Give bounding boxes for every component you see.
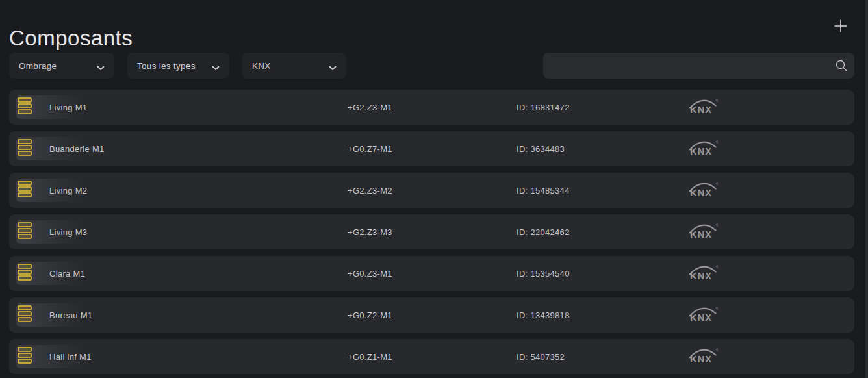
knx-registered-mark: ® (716, 140, 719, 144)
knx-registered-mark: ® (716, 348, 719, 352)
component-id: ID: 13439818 (517, 310, 570, 320)
knx-logo-text: KNX (690, 229, 712, 240)
component-row[interactable]: Living M1 +G2.Z3-M1 ID: 16831472 KNX ® (9, 90, 854, 125)
component-id: ID: 15485344 (517, 186, 570, 195)
blinds-icon (18, 97, 32, 118)
blinds-icon (18, 222, 32, 242)
component-address: +G0.Z2-M1 (348, 310, 392, 320)
chevron-down-icon (97, 63, 105, 73)
blinds-icon (18, 305, 32, 325)
components-page: Composants Ombrage Tous les types KNX (0, 0, 868, 378)
component-address: +G2.Z3-M1 (348, 103, 392, 112)
search-input[interactable] (543, 53, 854, 79)
filter-dropdown-category-label: Ombrage (19, 61, 57, 71)
component-name: Bureau M1 (49, 310, 92, 320)
knx-registered-mark: ® (716, 307, 719, 310)
knx-logo-text: KNX (690, 271, 712, 281)
component-id: ID: 22042462 (517, 227, 570, 237)
knx-logo: KNX ® (688, 221, 718, 243)
component-row[interactable]: Buanderie M1 +G0.Z7-M1 ID: 3634483 KNX ® (9, 131, 854, 166)
blinds-icon (18, 264, 32, 284)
component-row[interactable]: Living M2 +G2.Z3-M2 ID: 15485344 KNX ® (9, 173, 854, 208)
knx-logo: KNX ® (688, 262, 718, 284)
knx-registered-mark: ® (716, 265, 719, 269)
plus-icon (834, 19, 848, 35)
component-id: ID: 15354540 (517, 269, 570, 279)
knx-logo-text: KNX (690, 354, 712, 364)
filter-dropdown-category[interactable]: Ombrage (9, 53, 114, 79)
filter-dropdown-type-label: Tous les types (137, 61, 196, 71)
search-box (543, 53, 854, 79)
knx-registered-mark: ® (716, 182, 719, 186)
component-address: +G0.Z7-M1 (348, 144, 392, 154)
component-id: ID: 16831472 (517, 103, 570, 112)
knx-logo-text: KNX (690, 312, 712, 323)
component-name: Buanderie M1 (49, 144, 105, 154)
scrollbar[interactable] (865, 0, 868, 378)
blinds-icon (18, 181, 32, 201)
component-name: Living M2 (49, 186, 87, 195)
page-title: Composants (9, 26, 133, 51)
component-name: Living M3 (49, 227, 87, 237)
component-row[interactable]: Hall inf M1 +G0.Z1-M1 ID: 5407352 KNX ® (9, 339, 854, 374)
add-component-button[interactable] (834, 19, 848, 34)
chevron-down-icon (212, 63, 220, 73)
component-id: ID: 3634483 (517, 144, 565, 154)
component-row[interactable]: Clara M1 +G0.Z3-M1 ID: 15354540 KNX ® (9, 256, 854, 291)
component-row[interactable]: Bureau M1 +G0.Z2-M1 ID: 13439818 KNX ® (9, 297, 854, 333)
component-name: Living M1 (49, 103, 87, 112)
knx-registered-mark: ® (716, 223, 719, 227)
knx-logo-text: KNX (690, 146, 712, 157)
knx-logo: KNX ® (688, 304, 718, 326)
component-address: +G0.Z1-M1 (348, 352, 392, 362)
knx-logo: KNX ® (688, 346, 718, 368)
component-id: ID: 5407352 (517, 352, 565, 362)
knx-logo-text: KNX (690, 188, 712, 198)
filter-dropdown-type[interactable]: Tous les types (127, 53, 229, 79)
knx-logo: KNX ® (688, 96, 718, 118)
blinds-icon (18, 347, 32, 367)
component-list: Living M1 +G2.Z3-M1 ID: 16831472 KNX ® B… (0, 90, 868, 378)
filter-dropdown-protocol[interactable]: KNX (242, 53, 346, 79)
knx-logo: KNX ® (688, 179, 718, 201)
component-address: +G2.Z3-M2 (348, 186, 392, 195)
chevron-down-icon (329, 63, 337, 73)
component-name: Clara M1 (49, 269, 85, 279)
knx-logo-text: KNX (690, 105, 712, 115)
component-address: +G0.Z3-M1 (348, 269, 392, 279)
blinds-icon (18, 139, 32, 159)
component-row[interactable]: Living M3 +G2.Z3-M3 ID: 22042462 KNX ® (9, 214, 854, 249)
component-name: Hall inf M1 (49, 352, 92, 362)
filter-dropdown-protocol-label: KNX (252, 61, 271, 71)
knx-registered-mark: ® (716, 99, 719, 103)
knx-logo: KNX ® (688, 138, 718, 160)
component-address: +G2.Z3-M3 (348, 227, 392, 237)
